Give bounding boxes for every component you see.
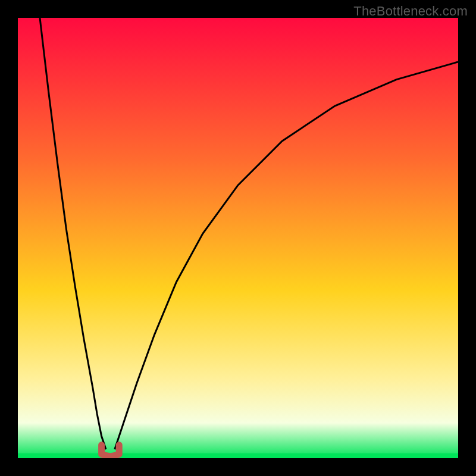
gradient-background	[18, 18, 458, 458]
plot-svg	[18, 18, 458, 458]
green-baseline-band	[18, 453, 458, 458]
plot-frame	[18, 18, 458, 458]
watermark-text: TheBottleneck.com	[353, 4, 468, 19]
chart-stage: TheBottleneck.com	[0, 0, 476, 476]
